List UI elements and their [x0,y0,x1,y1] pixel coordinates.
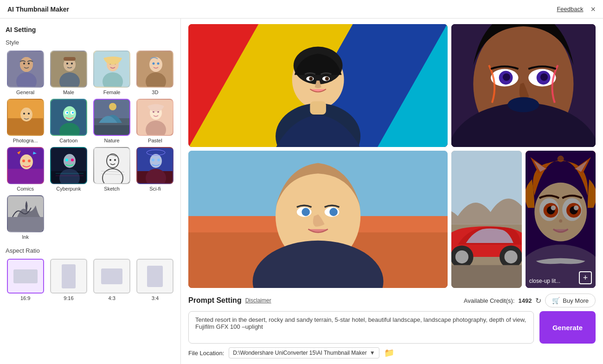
close-button[interactable]: × [590,5,596,13]
image-car [451,151,521,288]
file-location-select[interactable]: D:\Wondershare UniConverter 15\AI Thumbn… [229,347,379,358]
style-thumb-scifi [136,147,173,184]
svg-point-108 [455,250,468,263]
generate-button[interactable]: Generate [539,311,596,344]
style-thumb-male [50,51,87,88]
style-item-3d[interactable]: 3D [135,51,175,95]
file-location-bar: File Location: D:\Wondershare UniConvert… [188,344,596,358]
svg-point-47 [28,160,31,162]
svg-rect-83 [310,102,326,115]
svg-rect-11 [64,57,76,61]
style-label-general: General [16,89,34,95]
refresh-icon[interactable]: ↻ [535,296,541,305]
style-item-general[interactable]: General [6,51,45,95]
style-item-nature[interactable]: Nature [92,99,132,143]
aspect-box-4-3 [93,259,130,294]
svg-point-82 [325,77,329,81]
svg-point-81 [309,77,313,81]
sidebar: AI Setting Style [0,19,181,364]
svg-point-46 [22,160,25,162]
svg-point-103 [508,97,539,112]
svg-point-32 [66,112,68,114]
aspect-item-3-4[interactable]: 3:4 [135,259,175,301]
folder-icon[interactable]: 📁 [384,348,394,358]
image-grid: close-up lit... + [188,24,596,288]
file-location-dropdown-icon: ▼ [370,350,375,356]
style-item-photog[interactable]: Photogra... [6,99,45,143]
svg-point-20 [153,63,155,65]
style-item-male[interactable]: Male [49,51,88,95]
image-col-left [188,24,448,288]
svg-rect-71 [8,217,44,232]
style-thumb-nature [93,99,130,136]
buy-more-label: Buy More [563,297,589,304]
style-item-pastel[interactable]: Pastel [135,99,175,143]
aspect-item-4-3[interactable]: 4:3 [92,259,132,301]
aspect-box-3-4 [136,259,173,294]
style-item-ink[interactable]: Ink [6,195,45,240]
style-label-photog: Photogra... [13,138,38,143]
aspect-label-16-9: 16:9 [20,295,30,301]
image-bottom-left [188,151,448,288]
style-label-nature: Nature [104,138,120,143]
prompt-input[interactable]: Tented resort in the desert, rocky and s… [188,311,534,344]
style-item-scifi[interactable]: Sci-fi [135,147,175,192]
aspect-label-3-4: 3:4 [152,295,159,301]
aspect-label-4-3: 4:3 [108,295,115,301]
style-label-3d: 3D [152,89,158,95]
style-label-comics: Comics [17,186,34,192]
ai-setting-title: AI Setting [6,26,175,33]
title-bar: AI Thumbnail Maker Feedback × [0,0,603,19]
svg-rect-44 [8,169,44,184]
image-main [188,24,448,147]
svg-point-67 [152,159,154,161]
image-anime-text: close-up lit... [529,278,560,284]
svg-point-4 [23,63,25,64]
content-area: close-up lit... + Prompt Setting Disclai… [181,19,603,364]
aspect-box-16-9 [7,259,44,294]
style-item-sketch[interactable]: Sketch [92,147,132,192]
feedback-link[interactable]: Feedback [557,6,583,13]
prompt-row: Tented resort in the desert, rocky and s… [188,311,596,344]
svg-point-9 [66,63,68,64]
svg-point-21 [157,63,160,65]
svg-point-33 [72,112,74,114]
buy-more-button[interactable]: 🛒 Buy More [545,294,596,307]
svg-point-25 [23,113,25,115]
style-thumb-ink [7,195,44,232]
svg-point-52 [65,159,68,161]
style-grid: General Male [6,51,175,240]
image-anime[interactable]: close-up lit... + [526,151,596,288]
style-thumb-sketch [93,147,130,184]
svg-point-5 [28,63,30,64]
buy-more-icon: 🛒 [552,297,560,304]
style-item-comics[interactable]: Comics [6,147,45,192]
image-bottom-right-row: close-up lit... + [451,151,596,288]
svg-point-68 [157,159,160,161]
svg-point-93 [329,208,338,216]
style-label-male: Male [63,89,74,95]
style-item-cartoon[interactable]: Cartoon [49,99,88,143]
svg-point-10 [71,63,73,64]
credits-count: 1492 [518,297,532,304]
aspect-inner-3-4 [147,266,163,287]
aspect-inner-16-9 [13,269,38,283]
aspect-item-9-16[interactable]: 9:16 [49,259,88,301]
svg-point-102 [540,73,548,81]
disclaimer-link[interactable]: Disclaimer [245,297,271,304]
aspect-inner-4-3 [101,268,122,284]
svg-point-59 [109,159,111,161]
style-label-pastel: Pastel [148,138,162,143]
style-thumb-3d [136,51,173,88]
style-item-cyberpunk[interactable]: Cyberpunk [49,147,88,192]
image-add-icon[interactable]: + [579,271,592,284]
svg-point-101 [503,73,510,81]
aspect-item-16-9[interactable]: 16:9 [6,259,45,301]
style-label-ink: Ink [22,234,29,240]
style-item-female[interactable]: Female [92,51,132,95]
style-thumb-photog [7,99,44,136]
prompt-title: Prompt Setting [188,296,242,305]
svg-point-53 [71,159,74,161]
aspect-box-9-16 [50,259,87,294]
style-title: Style [6,39,175,46]
